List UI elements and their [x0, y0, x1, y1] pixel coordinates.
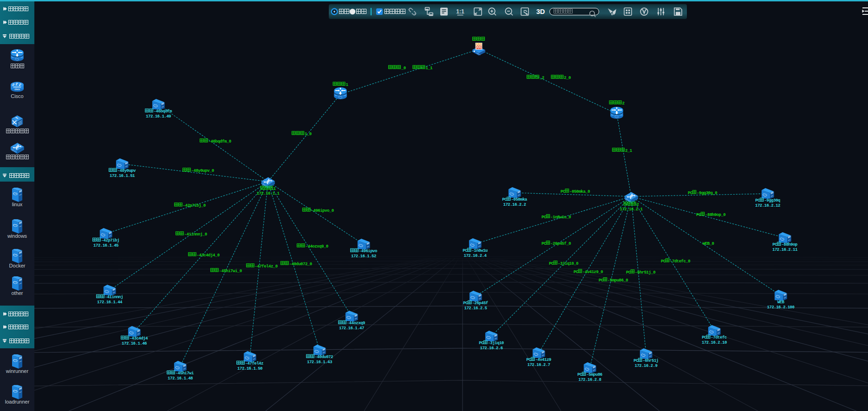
svg-text:-3j1q10_0: -3j1q10_0	[558, 261, 578, 266]
svg-text:-5mpu86_0: -5mpu86_0	[607, 278, 628, 283]
svg-text:-44ozxq9_0: -44ozxq9_0	[306, 244, 328, 249]
svg-text:2_0: 2_0	[564, 76, 571, 80]
svg-text:PC: PC	[502, 197, 507, 202]
svg-text:PC: PC	[688, 191, 693, 196]
svg-text:-46bqdfm_0: -46bqdfm_0	[209, 139, 231, 144]
svg-text:172.16.1.51: 172.16.1.51	[110, 174, 135, 178]
svg-text:-3j1q10: -3j1q10	[488, 341, 503, 346]
svg-text:PC: PC	[542, 241, 547, 246]
svg-text:172.16.1.45: 172.16.1.45	[93, 243, 118, 248]
svg-text:-43c4dj4: -43c4dj4	[130, 336, 148, 341]
svg-text:-42p7ibj: -42p7ibj	[101, 238, 119, 243]
svg-text:-47fel4z: -47fel4z	[245, 361, 263, 366]
svg-text:172.16.2.8: 172.16.2.8	[579, 378, 601, 382]
svg-text:-5mpu86: -5mpu86	[586, 372, 602, 377]
svg-text:-26p45f_0: -26p45f_0	[550, 241, 571, 246]
svg-text:172.16.1.43: 172.16.1.43	[307, 360, 332, 365]
svg-text:172.16.2.6: 172.16.2.6	[480, 346, 503, 351]
svg-text:-41innnj_0: -41innnj_0	[184, 232, 207, 237]
svg-text:172.16.2.2: 172.16.2.2	[503, 202, 526, 207]
svg-text:WEB: WEB	[777, 300, 785, 305]
svg-text:_2: _2	[539, 76, 544, 80]
svg-text:172.16.2.10: 172.16.2.10	[702, 340, 727, 345]
svg-text:172.16.2.100: 172.16.2.100	[767, 305, 795, 310]
svg-text:172.16.2.7: 172.16.2.7	[528, 363, 550, 367]
svg-text:-48y0upv_0: -48y0upv_0	[191, 169, 214, 173]
svg-text:-050mka: -050mka	[511, 197, 527, 202]
svg-text:172.16.1.52: 172.16.1.52	[351, 254, 376, 259]
svg-text:PC: PC	[702, 335, 707, 340]
svg-text:172.16.1.44: 172.16.1.44	[97, 300, 123, 305]
svg-text:-45hi7wi: -45hi7wi	[176, 371, 194, 376]
svg-text:PC: PC	[599, 278, 604, 283]
svg-text:172.16.2.4: 172.16.2.4	[464, 254, 487, 258]
svg-text:172.16.1.46: 172.16.1.46	[122, 341, 147, 346]
svg-text:PC: PC	[661, 259, 666, 264]
svg-text:1: 1	[346, 83, 349, 87]
svg-text:-6hr51j_0: -6hr51j_0	[635, 270, 655, 275]
svg-text:-9gg30q_0: -9gg30q_0	[697, 191, 717, 196]
svg-text:PC: PC	[772, 242, 777, 247]
svg-text:PC: PC	[542, 215, 547, 220]
svg-text:PC: PC	[696, 213, 701, 217]
svg-text:172.16.1.50: 172.16.1.50	[237, 366, 262, 371]
svg-text:172.16.1.48: 172.16.1.48	[168, 376, 193, 381]
svg-text:PC: PC	[463, 301, 468, 306]
svg-text:172.16.2.1: 172.16.2.1	[620, 207, 643, 212]
svg-text:PC: PC	[526, 358, 531, 362]
svg-text:PC: PC	[463, 248, 468, 253]
svg-text:172.16.1.1: 172.16.1.1	[257, 191, 280, 196]
svg-text:-40du072_0: -40du072_0	[289, 262, 312, 267]
svg-text:-44ozxq9: -44ozxq9	[347, 321, 365, 326]
svg-text:-26p45f: -26p45f	[472, 301, 488, 306]
svg-text:172.16.2.5: 172.16.2.5	[464, 306, 487, 311]
svg-text:-496ipvo_0: -496ipvo_0	[311, 209, 334, 213]
svg-text:-7dtefc_0: -7dtefc_0	[670, 259, 690, 264]
svg-text:1:1: 1:1	[456, 8, 464, 15]
svg-text:172.16.2.12: 172.16.2.12	[755, 203, 780, 208]
svg-text:-43c4dj4_0: -43c4dj4_0	[197, 253, 220, 258]
svg-text:1_1: 1_1	[425, 66, 433, 71]
svg-text:_0: _0	[401, 66, 406, 71]
svg-text:PC: PC	[577, 372, 582, 377]
svg-text:-40du072: -40du072	[315, 355, 333, 359]
svg-text:WEB_0: WEB_0	[703, 241, 714, 246]
svg-text:2: 2	[622, 101, 625, 106]
svg-text:-42p7ibj_0: -42p7ibj_0	[183, 203, 206, 208]
svg-text:PC: PC	[574, 270, 579, 274]
svg-text:-4v41z9: -4v41z9	[535, 358, 551, 362]
svg-text:1_0: 1_0	[305, 132, 312, 137]
svg-text:172.16.1.47: 172.16.1.47	[339, 326, 364, 331]
svg-text:-496ipvo: -496ipvo	[359, 249, 377, 254]
svg-text:3D: 3D	[536, 8, 545, 15]
svg-text:-9gg30q: -9gg30q	[764, 198, 780, 203]
svg-text:-88h9op_0: -88h9op_0	[705, 213, 725, 217]
svg-text:172.16.2.9: 172.16.2.9	[635, 364, 658, 368]
svg-text:2_1: 2_1	[625, 149, 633, 153]
svg-text:2: 2	[637, 202, 639, 207]
svg-text:PC: PC	[561, 189, 566, 194]
svg-text:1: 1	[274, 187, 276, 191]
svg-text:-4v41z9_0: -4v41z9_0	[582, 270, 603, 274]
svg-text:-7dtefc: -7dtefc	[711, 335, 726, 340]
svg-text:172.16.1.49: 172.16.1.49	[146, 114, 171, 119]
svg-text:172.16.2.11: 172.16.2.11	[772, 248, 798, 252]
svg-text:-88h9op: -88h9op	[781, 242, 797, 247]
svg-text:-050mka_0: -050mka_0	[569, 189, 590, 194]
svg-text:-41innnj: -41innnj	[105, 295, 123, 300]
svg-text:-48y0upv: -48y0upv	[117, 169, 136, 173]
svg-text:PC: PC	[626, 270, 631, 275]
svg-text:PC: PC	[633, 359, 639, 363]
svg-text:PC: PC	[479, 341, 484, 346]
svg-text:-47fel4z_0: -47fel4z_0	[255, 264, 278, 269]
svg-text:-1n8w1u_0: -1n8w1u_0	[550, 215, 571, 220]
svg-text:PC: PC	[549, 261, 554, 266]
svg-text:PC: PC	[755, 198, 760, 203]
svg-text:-45hi7wi_0: -45hi7wi_0	[219, 269, 242, 274]
svg-text:-46bqdfm: -46bqdfm	[154, 109, 172, 114]
svg-text:-1n8w1u: -1n8w1u	[471, 248, 487, 253]
svg-text:-6hr51j: -6hr51j	[642, 359, 658, 363]
